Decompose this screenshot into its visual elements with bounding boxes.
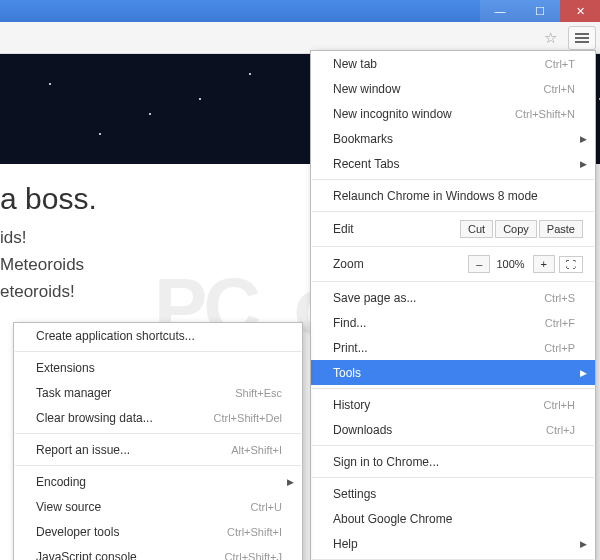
chevron-right-icon: ▶ (580, 368, 587, 378)
menu-new-window[interactable]: New windowCtrl+N (311, 76, 595, 101)
edit-label: Edit (333, 222, 458, 236)
chevron-right-icon: ▶ (580, 134, 587, 144)
submenu-developer-tools[interactable]: Developer toolsCtrl+Shift+I (14, 519, 302, 544)
menu-recent-tabs[interactable]: Recent Tabs▶ (311, 151, 595, 176)
submenu-extensions[interactable]: Extensions (14, 355, 302, 380)
menu-edit-row: Edit Cut Copy Paste (311, 215, 595, 243)
menu-separator (312, 281, 594, 282)
menu-downloads[interactable]: DownloadsCtrl+J (311, 417, 595, 442)
submenu-task-manager[interactable]: Task managerShift+Esc (14, 380, 302, 405)
menu-history[interactable]: HistoryCtrl+H (311, 392, 595, 417)
close-button[interactable]: ✕ (560, 0, 600, 22)
cut-button[interactable]: Cut (460, 220, 493, 238)
menu-find[interactable]: Find...Ctrl+F (311, 310, 595, 335)
zoom-out-button[interactable]: – (468, 255, 490, 273)
zoom-percent: 100% (490, 258, 530, 270)
menu-separator (312, 246, 594, 247)
menu-signin[interactable]: Sign in to Chrome... (311, 449, 595, 474)
menu-separator (312, 211, 594, 212)
menu-settings[interactable]: Settings (311, 481, 595, 506)
menu-zoom-row: Zoom – 100% + ⛶ (311, 250, 595, 278)
zoom-label: Zoom (333, 257, 466, 271)
submenu-create-shortcuts[interactable]: Create application shortcuts... (14, 323, 302, 348)
chevron-right-icon: ▶ (580, 159, 587, 169)
submenu-report-issue[interactable]: Report an issue...Alt+Shift+I (14, 437, 302, 462)
menu-separator (312, 179, 594, 180)
menu-separator (15, 351, 301, 352)
menu-separator (15, 465, 301, 466)
menu-separator (312, 445, 594, 446)
zoom-in-button[interactable]: + (533, 255, 555, 273)
menu-new-tab[interactable]: New tabCtrl+T (311, 51, 595, 76)
menu-bookmarks[interactable]: Bookmarks▶ (311, 126, 595, 151)
paste-button[interactable]: Paste (539, 220, 583, 238)
chevron-right-icon: ▶ (580, 539, 587, 549)
maximize-button[interactable]: ☐ (520, 0, 560, 22)
window-titlebar: — ☐ ✕ (0, 0, 600, 22)
menu-hamburger-button[interactable] (568, 26, 596, 50)
menu-save-page[interactable]: Save page as...Ctrl+S (311, 285, 595, 310)
hamburger-icon (575, 33, 589, 43)
menu-incognito[interactable]: New incognito windowCtrl+Shift+N (311, 101, 595, 126)
menu-help[interactable]: Help▶ (311, 531, 595, 556)
submenu-view-source[interactable]: View sourceCtrl+U (14, 494, 302, 519)
menu-separator (15, 433, 301, 434)
minimize-button[interactable]: — (480, 0, 520, 22)
menu-separator (312, 388, 594, 389)
chevron-right-icon: ▶ (287, 477, 294, 487)
submenu-clear-data[interactable]: Clear browsing data...Ctrl+Shift+Del (14, 405, 302, 430)
submenu-js-console[interactable]: JavaScript consoleCtrl+Shift+J (14, 544, 302, 560)
menu-separator (312, 477, 594, 478)
menu-relaunch[interactable]: Relaunch Chrome in Windows 8 mode (311, 183, 595, 208)
fullscreen-button[interactable]: ⛶ (559, 256, 583, 273)
main-menu: New tabCtrl+T New windowCtrl+N New incog… (310, 50, 596, 560)
menu-print[interactable]: Print...Ctrl+P (311, 335, 595, 360)
bookmark-star-icon[interactable]: ☆ (538, 26, 562, 50)
menu-about[interactable]: About Google Chrome (311, 506, 595, 531)
copy-button[interactable]: Copy (495, 220, 537, 238)
tools-submenu: Create application shortcuts... Extensio… (13, 322, 303, 560)
submenu-encoding[interactable]: Encoding▶ (14, 469, 302, 494)
menu-tools[interactable]: Tools▶ (311, 360, 595, 385)
